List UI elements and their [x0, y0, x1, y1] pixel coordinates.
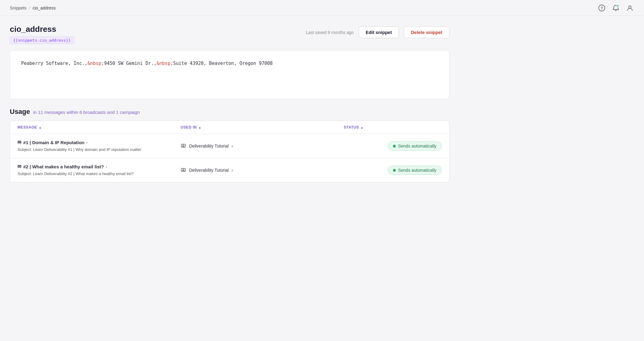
message-subject-2: Subject: Learn Deliverability #2 | What … — [17, 171, 181, 177]
usage-header: Usage in 11 messages within 6 broadcasts… — [10, 108, 449, 116]
status-dot-2 — [393, 169, 396, 172]
message-subject-1: Subject: Learn Deliverability #1 | Why d… — [17, 147, 181, 152]
notification-icon[interactable] — [612, 4, 620, 12]
page-header-left: cio_address {{snippets.cio_address}} — [10, 24, 74, 44]
preview-text: Peaberry Software, Inc.,&nbsp;9450 SW Ge… — [21, 61, 273, 66]
nav-icons: ? — [597, 4, 634, 12]
svg-point-2 — [629, 6, 631, 8]
last-saved-text: Last saved 9 months ago — [306, 30, 354, 35]
used-in-link-2[interactable]: Deliverability Tutorial › — [181, 167, 233, 173]
status-cell-2: Sends automatically — [344, 166, 442, 175]
col-used-in[interactable]: USED IN ▲ — [181, 125, 344, 129]
snippet-tag: {{snippets.cio_address}} — [10, 36, 74, 44]
table-row: ✉ #1 | Domain & IP Reputation › Subject:… — [10, 134, 449, 158]
status-label-1: Sends automatically — [398, 144, 436, 148]
status-badge-1: Sends automatically — [388, 141, 442, 151]
page-title: cio_address — [10, 24, 74, 34]
status-badge-2: Sends automatically — [388, 166, 442, 175]
chevron-icon-2: › — [106, 164, 107, 169]
used-in-cell-1: Deliverability Tutorial › — [181, 143, 344, 149]
usage-table: MESSAGE ▲ USED IN ▲ STATUS ▲ ✉ #1 | Doma… — [10, 121, 449, 182]
page-header: cio_address {{snippets.cio_address}} Las… — [10, 24, 449, 44]
usage-title: Usage — [10, 108, 30, 116]
message-link-1[interactable]: ✉ #1 | Domain & IP Reputation › — [17, 140, 181, 145]
status-sort-arrow: ▲ — [361, 126, 364, 129]
page-header-right: Last saved 9 months ago Edit snippet Del… — [306, 26, 449, 38]
main-content: cio_address {{snippets.cio_address}} Las… — [0, 16, 459, 191]
status-label-2: Sends automatically — [398, 168, 436, 173]
usage-subtitle: in 11 messages within 6 broadcasts and 1… — [33, 110, 140, 115]
help-icon[interactable]: ? — [597, 4, 606, 12]
snippet-preview: Peaberry Software, Inc.,&nbsp;9450 SW Ge… — [10, 50, 449, 99]
table-row: ✉ #2 | What makes a healthy email list? … — [10, 158, 449, 182]
message-link-2[interactable]: ✉ #2 | What makes a healthy email list? … — [17, 164, 181, 169]
breadcrumb: Snippets / cio_address — [10, 6, 56, 10]
breadcrumb-snippets[interactable]: Snippets — [10, 6, 26, 10]
status-dot-1 — [393, 145, 396, 148]
message-cell-1: ✉ #1 | Domain & IP Reputation › Subject:… — [17, 140, 181, 152]
table-header: MESSAGE ▲ USED IN ▲ STATUS ▲ — [10, 121, 449, 134]
message-cell-2: ✉ #2 | What makes a healthy email list? … — [17, 164, 181, 177]
campaign-icon-2 — [181, 167, 187, 173]
chevron-icon-1: › — [86, 140, 88, 145]
edit-snippet-button[interactable]: Edit snippet — [359, 26, 399, 38]
top-nav: Snippets / cio_address ? — [0, 0, 644, 16]
svg-rect-3 — [181, 144, 185, 147]
svg-rect-5 — [181, 168, 185, 171]
col-message[interactable]: MESSAGE ▲ — [17, 125, 181, 129]
email-icon-2: ✉ — [17, 164, 21, 169]
breadcrumb-separator: / — [29, 6, 30, 10]
campaign-icon-1 — [181, 143, 187, 149]
used-in-link-1[interactable]: Deliverability Tutorial › — [181, 143, 233, 149]
used-in-sort-arrow: ▲ — [198, 126, 202, 129]
status-cell-1: Sends automatically — [344, 141, 442, 151]
delete-snippet-button[interactable]: Delete snippet — [404, 26, 449, 38]
used-in-chevron-2: › — [231, 168, 233, 173]
used-in-chevron-1: › — [231, 144, 233, 148]
breadcrumb-current: cio_address — [32, 6, 56, 10]
col-status[interactable]: STATUS ▲ — [344, 125, 442, 129]
svg-text:?: ? — [601, 6, 603, 10]
notification-dot — [616, 5, 619, 7]
used-in-cell-2: Deliverability Tutorial › — [181, 167, 344, 173]
user-icon[interactable] — [626, 4, 634, 12]
message-sort-arrow: ▲ — [39, 126, 42, 129]
email-icon-1: ✉ — [17, 140, 21, 145]
